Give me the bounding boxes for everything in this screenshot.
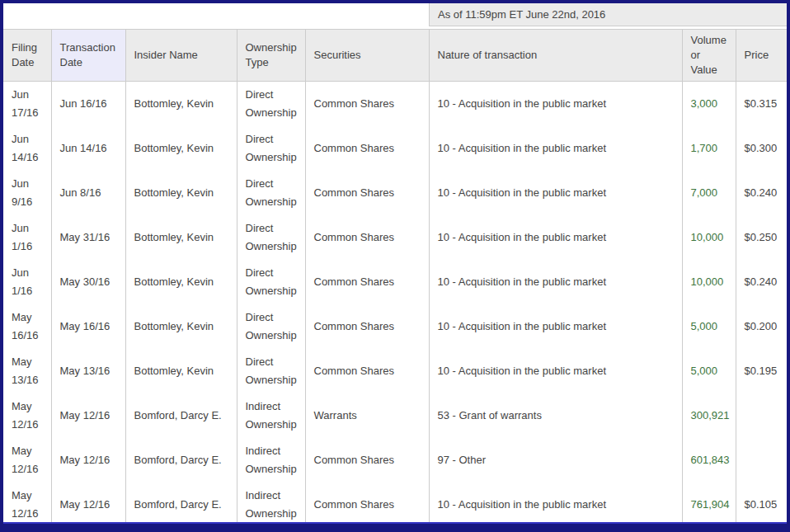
cell-ownership-type: Indirect Ownership <box>237 438 305 483</box>
cell-volume: 300,921 <box>682 393 736 438</box>
table-row: May 12/16 May 12/16 Bomford, Darcy E. In… <box>3 393 787 438</box>
column-header-filing-date[interactable]: Filing Date <box>3 30 51 82</box>
cell-transaction-date: May 12/16 <box>51 483 125 522</box>
cell-transaction-date: May 13/16 <box>51 349 125 393</box>
cell-volume: 1,700 <box>682 126 736 171</box>
cell-price: $0.315 <box>736 82 787 127</box>
table-row: Jun 1/16 May 30/16 Bottomley, Kevin Dire… <box>3 260 787 304</box>
table-row: May 16/16 May 16/16 Bottomley, Kevin Dir… <box>3 304 787 349</box>
cell-ownership-type: Indirect Ownership <box>237 393 305 438</box>
cell-filing-date: Jun 14/16 <box>3 126 51 171</box>
cell-price: $0.240 <box>736 260 787 304</box>
cell-securities: Common Shares <box>305 260 429 304</box>
column-header-price[interactable]: Price <box>736 30 787 82</box>
bottom-accent-line <box>3 522 787 524</box>
table-row: Jun 14/16 Jun 14/16 Bottomley, Kevin Dir… <box>3 126 787 171</box>
cell-volume: 10,000 <box>682 260 736 304</box>
cell-volume: 5,000 <box>682 349 736 393</box>
cell-nature: 10 - Acquisition in the public market <box>429 126 682 171</box>
cell-ownership-type: Direct Ownership <box>237 260 305 304</box>
cell-filing-date: May 12/16 <box>3 438 51 483</box>
cell-ownership-type: Direct Ownership <box>237 349 305 393</box>
cell-volume: 3,000 <box>682 82 736 127</box>
cell-ownership-type: Indirect Ownership <box>237 483 305 522</box>
cell-price: $0.105 <box>736 483 787 522</box>
cell-insider-name: Bomford, Darcy E. <box>125 483 237 522</box>
column-header-transaction-date[interactable]: Transaction Date <box>51 30 125 82</box>
cell-volume: 10,000 <box>682 215 736 260</box>
cell-securities: Common Shares <box>305 483 429 522</box>
cell-nature: 53 - Grant of warrants <box>429 393 682 438</box>
cell-filing-date: May 13/16 <box>3 349 51 393</box>
cell-nature: 10 - Acquisition in the public market <box>429 304 682 349</box>
column-header-insider-name[interactable]: Insider Name <box>125 30 237 82</box>
cell-transaction-date: May 31/16 <box>51 215 125 260</box>
cell-insider-name: Bomford, Darcy E. <box>125 438 237 483</box>
cell-ownership-type: Direct Ownership <box>237 304 305 349</box>
table-row: May 12/16 May 12/16 Bomford, Darcy E. In… <box>3 483 787 522</box>
column-header-securities[interactable]: Securities <box>305 30 429 82</box>
cell-transaction-date: May 12/16 <box>51 438 125 483</box>
table-row: May 12/16 May 12/16 Bomford, Darcy E. In… <box>3 438 787 483</box>
cell-transaction-date: May 16/16 <box>51 304 125 349</box>
cell-price: $0.300 <box>736 126 787 171</box>
cell-transaction-date: May 12/16 <box>51 393 125 438</box>
asof-bar: As of 11:59pm ET June 22nd, 2016 <box>3 3 787 29</box>
cell-filing-date: Jun 1/16 <box>3 260 51 304</box>
cell-nature: 10 - Acquisition in the public market <box>429 215 682 260</box>
table-row: Jun 1/16 May 31/16 Bottomley, Kevin Dire… <box>3 215 787 260</box>
cell-price <box>736 393 787 438</box>
cell-securities: Warrants <box>305 393 429 438</box>
cell-nature: 10 - Acquisition in the public market <box>429 171 682 215</box>
cell-insider-name: Bottomley, Kevin <box>125 349 237 393</box>
column-header-ownership-type[interactable]: Ownership Type <box>237 30 305 82</box>
cell-volume: 761,904 <box>682 483 736 522</box>
cell-volume: 601,843 <box>682 438 736 483</box>
cell-securities: Common Shares <box>305 215 429 260</box>
insider-transactions-table: Filing Date Transaction Date Insider Nam… <box>3 29 787 522</box>
table-body: Jun 17/16 Jun 16/16 Bottomley, Kevin Dir… <box>3 82 787 523</box>
cell-insider-name: Bottomley, Kevin <box>125 82 237 127</box>
cell-securities: Common Shares <box>305 304 429 349</box>
column-header-volume[interactable]: Volume or Value <box>682 30 736 82</box>
cell-price: $0.200 <box>736 304 787 349</box>
cell-filing-date: May 12/16 <box>3 393 51 438</box>
cell-ownership-type: Direct Ownership <box>237 82 305 127</box>
cell-nature: 10 - Acquisition in the public market <box>429 82 682 127</box>
table-header: Filing Date Transaction Date Insider Nam… <box>3 30 787 82</box>
header-row: Filing Date Transaction Date Insider Nam… <box>3 30 787 82</box>
asof-timestamp: As of 11:59pm ET June 22nd, 2016 <box>429 3 787 26</box>
cell-ownership-type: Direct Ownership <box>237 126 305 171</box>
cell-price: $0.250 <box>736 215 787 260</box>
cell-securities: Common Shares <box>305 82 429 127</box>
cell-insider-name: Bottomley, Kevin <box>125 260 237 304</box>
cell-transaction-date: Jun 16/16 <box>51 82 125 127</box>
cell-insider-name: Bottomley, Kevin <box>125 171 237 215</box>
cell-price: $0.240 <box>736 171 787 215</box>
cell-nature: 10 - Acquisition in the public market <box>429 349 682 393</box>
asof-label: As of 11:59pm ET June 22nd, 2016 <box>438 8 605 21</box>
cell-insider-name: Bomford, Darcy E. <box>125 393 237 438</box>
cell-securities: Common Shares <box>305 171 429 215</box>
cell-securities: Common Shares <box>305 126 429 171</box>
cell-transaction-date: Jun 14/16 <box>51 126 125 171</box>
table-row: Jun 9/16 Jun 8/16 Bottomley, Kevin Direc… <box>3 171 787 215</box>
cell-securities: Common Shares <box>305 438 429 483</box>
page-frame: As of 11:59pm ET June 22nd, 2016 Filing … <box>0 0 790 532</box>
cell-ownership-type: Direct Ownership <box>237 171 305 215</box>
cell-price: $0.195 <box>736 349 787 393</box>
cell-volume: 7,000 <box>682 171 736 215</box>
column-header-nature[interactable]: Nature of transaction <box>429 30 682 82</box>
cell-ownership-type: Direct Ownership <box>237 215 305 260</box>
cell-transaction-date: May 30/16 <box>51 260 125 304</box>
cell-securities: Common Shares <box>305 349 429 393</box>
cell-volume: 5,000 <box>682 304 736 349</box>
cell-filing-date: Jun 17/16 <box>3 82 51 127</box>
content-area: As of 11:59pm ET June 22nd, 2016 Filing … <box>3 3 787 522</box>
cell-insider-name: Bottomley, Kevin <box>125 215 237 260</box>
cell-transaction-date: Jun 8/16 <box>51 171 125 215</box>
cell-filing-date: Jun 9/16 <box>3 171 51 215</box>
cell-insider-name: Bottomley, Kevin <box>125 304 237 349</box>
table-row: Jun 17/16 Jun 16/16 Bottomley, Kevin Dir… <box>3 82 787 127</box>
cell-nature: 10 - Acquisition in the public market <box>429 260 682 304</box>
